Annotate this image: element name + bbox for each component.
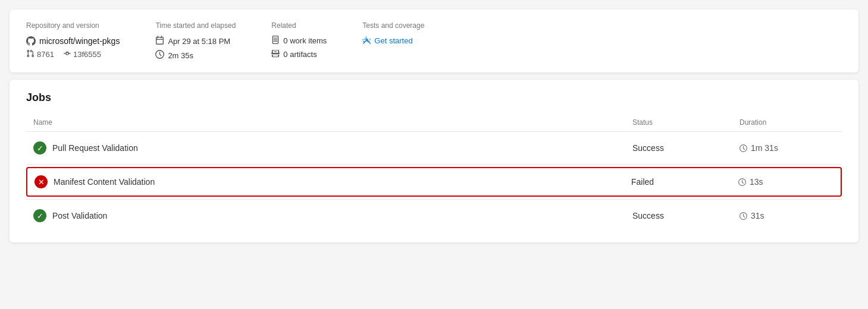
pr-meta: 8761 (26, 49, 54, 59)
repo-meta: 8761 13f6555 (26, 49, 120, 59)
job-duration-text: 13s (750, 177, 763, 187)
start-date-row: Apr 29 at 5:18 PM (155, 36, 236, 46)
repo-name-row: microsoft/winget-pkgs (26, 36, 120, 46)
flask-icon (362, 36, 371, 46)
pr-icon (26, 49, 35, 59)
repo-name: microsoft/winget-pkgs (39, 36, 120, 46)
get-started-link[interactable]: Get started (374, 36, 412, 45)
row-divider (26, 164, 842, 165)
start-date: Apr 29 at 5:18 PM (168, 37, 230, 46)
job-name-cell: ✓ Pull Request Validation (33, 141, 632, 154)
job-name-text: Post Validation (52, 211, 107, 220)
job-duration-text: 31s (751, 211, 764, 220)
job-status-cell: Failed (631, 177, 738, 187)
job-status-cell: Success (632, 211, 739, 220)
job-duration-text: 1m 31s (751, 143, 778, 153)
job-name-cell: ✕ Manifest Content Validation (35, 175, 631, 188)
jobs-list: ✓ Pull Request Validation Success 1m 31s… (26, 134, 842, 229)
jobs-title: Jobs (26, 92, 842, 104)
column-status: Status (632, 118, 739, 127)
github-icon (26, 36, 36, 46)
commit-icon (64, 50, 71, 59)
job-duration-cell: 13s (738, 177, 833, 187)
success-icon: ✓ (33, 141, 46, 154)
success-icon: ✓ (33, 209, 46, 222)
failed-icon: ✕ (35, 175, 48, 188)
work-items-icon (271, 36, 280, 46)
tests-label: Tests and coverage (362, 21, 424, 30)
time-section: Time started and elapsed Apr 29 at 5:18 … (155, 21, 236, 61)
job-status-cell: Success (632, 143, 739, 153)
work-items-count: 0 work items (283, 36, 327, 45)
info-card: Repository and version microsoft/winget-… (10, 10, 858, 72)
tests-section: Tests and coverage Get started (362, 21, 424, 46)
jobs-table-header: Name Status Duration (26, 113, 842, 132)
job-row-post-validation[interactable]: ✓ Post Validation Success 31s (26, 202, 842, 229)
artifacts-icon (271, 49, 280, 59)
repo-label: Repository and version (26, 21, 120, 30)
commit-hash: 13f6555 (73, 50, 101, 59)
job-name-cell: ✓ Post Validation (33, 209, 632, 222)
related-section: Related 0 work items 0 artifacts (271, 21, 327, 59)
job-row-pull-request-validation[interactable]: ✓ Pull Request Validation Success 1m 31s (26, 134, 842, 162)
job-name-text: Pull Request Validation (52, 143, 138, 153)
column-duration: Duration (739, 118, 835, 127)
elapsed-time: 2m 35s (168, 51, 193, 60)
job-row-manifest-content-validation[interactable]: ✕ Manifest Content Validation Failed 13s (26, 167, 842, 197)
artifacts-count: 0 artifacts (283, 50, 317, 59)
get-started-row: Get started (362, 36, 424, 46)
clock-elapsed-icon (155, 50, 164, 61)
row-divider (26, 199, 842, 200)
commit-meta: 13f6555 (64, 50, 101, 59)
jobs-card: Jobs Name Status Duration ✓ Pull Request… (10, 80, 858, 242)
repo-section: Repository and version microsoft/winget-… (26, 21, 120, 59)
artifacts-row: 0 artifacts (271, 49, 327, 59)
pr-number: 8761 (37, 50, 54, 59)
elapsed-row: 2m 35s (155, 50, 236, 61)
time-label: Time started and elapsed (155, 21, 236, 30)
column-name: Name (33, 118, 632, 127)
job-name-text: Manifest Content Validation (54, 177, 155, 187)
job-duration-cell: 31s (739, 211, 835, 220)
related-label: Related (271, 21, 327, 30)
job-duration-cell: 1m 31s (739, 143, 835, 153)
calendar-icon (155, 36, 164, 46)
work-items-row: 0 work items (271, 36, 327, 46)
